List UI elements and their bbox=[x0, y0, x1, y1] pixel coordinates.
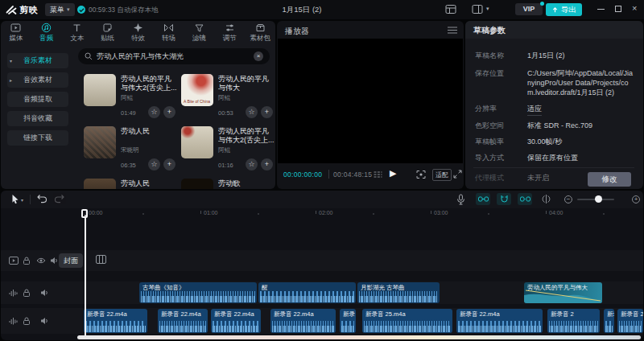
vip-badge[interactable]: VIP bbox=[515, 3, 543, 15]
waveform bbox=[458, 321, 541, 332]
lock-track-icon[interactable] bbox=[23, 317, 31, 325]
add-to-track-button[interactable]: + bbox=[261, 106, 273, 118]
chevron-down-icon[interactable]: ▾ bbox=[486, 6, 489, 12]
add-to-track-button[interactable]: + bbox=[163, 106, 175, 118]
timeline-zoom-out-icon[interactable]: − bbox=[564, 195, 572, 203]
music-list-item[interactable]: A Bite of China 劳动人民的平凡与伟大 阿鲲 00:53 ☆ + bbox=[181, 74, 275, 121]
import-mode-value[interactable]: 保留在原有位置 bbox=[527, 153, 578, 163]
undo-icon[interactable] bbox=[37, 194, 47, 203]
recording-clip[interactable]: 新录 bbox=[340, 309, 356, 333]
hide-track-icon[interactable] bbox=[36, 257, 46, 264]
window-close-button[interactable]: × bbox=[632, 3, 637, 13]
filmstrip-icon[interactable] bbox=[96, 255, 106, 264]
fit-mode-dropdown[interactable]: 适配 bbox=[432, 169, 452, 181]
horizontal-scrollbar[interactable] bbox=[77, 335, 641, 339]
recording-clip[interactable]: 新录音 2 bbox=[547, 309, 600, 333]
lock-track-icon[interactable] bbox=[23, 257, 31, 265]
play-button[interactable]: ▶ bbox=[390, 168, 396, 179]
recording-clip[interactable]: 新录音 25.m4a bbox=[362, 309, 452, 333]
recording-clip[interactable]: 新录音 22.m4a bbox=[84, 309, 147, 333]
audio-clip[interactable]: 古琴曲《知音》 bbox=[139, 282, 257, 303]
link-clips-toggle[interactable] bbox=[476, 193, 490, 205]
modify-button[interactable]: 修改 bbox=[588, 172, 631, 187]
frame-rate-value[interactable]: 30.00帧/秒 bbox=[527, 137, 562, 147]
favorite-star-button[interactable]: ☆ bbox=[246, 158, 258, 170]
redo-icon[interactable] bbox=[54, 194, 64, 203]
recording-clip[interactable]: 新录 bbox=[604, 309, 614, 333]
music-list-item[interactable]: 劳动人民的平凡与伟大2(舌尖上... 阿鲲 01:16 ☆ + bbox=[181, 126, 275, 173]
draft-name-value[interactable]: 1月15日 (2) bbox=[527, 51, 565, 61]
preview-quality-icon[interactable] bbox=[374, 170, 382, 179]
cover-button[interactable]: 封面 bbox=[59, 253, 83, 268]
tab-transition[interactable]: 转场 bbox=[153, 21, 184, 45]
sidebar-item-audio-extract[interactable]: 音频提取 bbox=[7, 92, 68, 107]
tab-text[interactable]: 文本 bbox=[62, 21, 93, 45]
tab-media[interactable]: 媒体 bbox=[1, 21, 31, 45]
favorite-star-button[interactable]: ☆ bbox=[148, 106, 160, 118]
mute-track-icon[interactable] bbox=[40, 317, 49, 325]
sidebar-item-douyin-favorites[interactable]: 抖音收藏 bbox=[7, 111, 68, 126]
recording-clip[interactable]: 新录音 2 bbox=[617, 309, 643, 333]
recording-clip[interactable]: 新录音 22.m4a bbox=[158, 309, 208, 333]
export-button[interactable]: 导出 bbox=[546, 3, 582, 16]
tab-material-pack[interactable]: 素材包 bbox=[245, 21, 275, 45]
full-preview-icon[interactable] bbox=[416, 170, 426, 179]
favorite-star-button[interactable]: ☆ bbox=[246, 106, 258, 118]
resolution-select[interactable]: 适应 bbox=[527, 104, 542, 116]
search-input[interactable] bbox=[97, 52, 250, 60]
timeline-zoom-in-icon[interactable]: + bbox=[632, 195, 640, 203]
tab-filter[interactable]: 滤镜 bbox=[184, 21, 214, 45]
save-location-value[interactable]: C:/Users/阿坤/AppData/Local/JianyingPro/Us… bbox=[527, 68, 635, 97]
music-list-item[interactable]: 劳动人民 bbox=[84, 179, 177, 189]
recording-clip[interactable]: 新录音 22.m4a bbox=[270, 309, 336, 333]
mute-track-icon[interactable] bbox=[50, 257, 59, 265]
recording-clip[interactable]: 新录音 22.m4a bbox=[211, 309, 261, 333]
tab-effects[interactable]: 特效 bbox=[123, 21, 154, 45]
window-minimize-button[interactable] bbox=[597, 9, 605, 10]
vip-dot bbox=[540, 2, 544, 6]
waveform bbox=[549, 321, 598, 332]
music-thumbnail: A Bite of China bbox=[181, 74, 213, 106]
preview-axis-toggle[interactable] bbox=[539, 193, 553, 205]
timeline-toolbar: ▾ − + bbox=[1, 191, 643, 208]
fullscreen-icon[interactable] bbox=[453, 170, 462, 179]
lock-track-icon[interactable] bbox=[23, 289, 31, 297]
add-to-track-button[interactable]: + bbox=[163, 158, 175, 170]
mute-track-icon[interactable] bbox=[40, 289, 49, 297]
music-list-item[interactable]: 劳动人民 宋晓明 06:35 ☆ + bbox=[84, 126, 177, 173]
waveform bbox=[272, 321, 334, 332]
menu-button[interactable]: 菜单▾ bbox=[45, 3, 75, 16]
audio-clip[interactable]: 月影湖光 古琴曲 bbox=[357, 282, 440, 303]
add-to-track-button[interactable]: + bbox=[261, 158, 273, 170]
workspace-layout-icon[interactable] bbox=[472, 4, 483, 14]
tool-caret-icon[interactable]: ▾ bbox=[21, 197, 23, 203]
select-tool-icon[interactable] bbox=[10, 194, 20, 204]
player-menu-icon[interactable] bbox=[448, 27, 457, 34]
audio-clip[interactable]: 醒 bbox=[258, 282, 356, 303]
sidebar-item-link-download[interactable]: 链接下载 bbox=[7, 130, 68, 146]
favorite-star-button[interactable]: ☆ bbox=[148, 158, 160, 170]
tab-adjust[interactable]: 调节 bbox=[214, 21, 245, 45]
waveform bbox=[213, 321, 259, 332]
video-preview[interactable] bbox=[278, 39, 463, 163]
recording-clip[interactable]: 新录音 22.m4a bbox=[456, 309, 543, 333]
clear-search-icon[interactable]: × bbox=[254, 51, 263, 61]
music-list-item[interactable]: 劳动歌 bbox=[181, 179, 275, 189]
playhead-handle[interactable] bbox=[81, 209, 88, 218]
record-voiceover-icon[interactable] bbox=[456, 194, 465, 205]
layout-panels-icon[interactable] bbox=[445, 4, 456, 14]
text-icon bbox=[72, 23, 82, 33]
timeline-ruler[interactable]: 00:00 01:00 02:00 03:00 04:00 bbox=[1, 208, 643, 220]
tab-audio[interactable]: 音频 bbox=[31, 21, 62, 45]
color-space-value[interactable]: 标准 SDR - Rec.709 bbox=[527, 121, 592, 131]
auto-snap-toggle[interactable] bbox=[518, 193, 532, 205]
timeline-zoom-handle[interactable] bbox=[595, 195, 602, 203]
playhead-line[interactable] bbox=[85, 215, 86, 335]
music-list-item[interactable]: 劳动人民的平凡与伟大2(舌尖上... 阿鲲 01:49 ☆ + bbox=[84, 74, 177, 121]
magnet-snap-toggle[interactable] bbox=[497, 193, 511, 205]
audio-clip-selected-search-result[interactable]: 劳动人民的平凡与伟大 bbox=[524, 282, 602, 303]
sidebar-item-sound-effects[interactable]: ▸音效素材 bbox=[7, 72, 68, 88]
tab-sticker[interactable]: 贴纸 bbox=[93, 21, 123, 45]
window-maximize-button[interactable] bbox=[615, 6, 621, 12]
sidebar-item-music-material[interactable]: ▾音乐素材 bbox=[7, 53, 68, 68]
